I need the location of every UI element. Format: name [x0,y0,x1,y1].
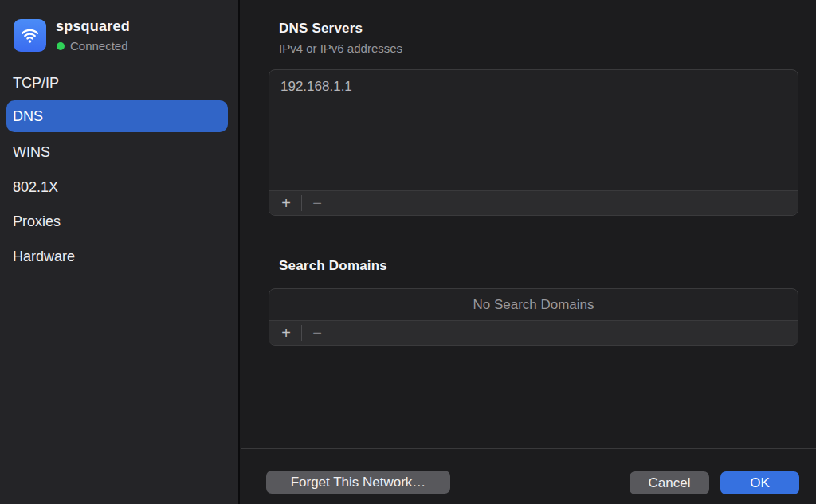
sidebar-item-label: 802.1X [13,179,58,196]
network-name: spsquared [56,18,130,35]
sidebar-item-label: DNS [13,108,43,125]
sidebar-item-wins[interactable]: WINS [6,136,228,168]
network-header: spsquared Connected [0,0,240,67]
toolbar-divider [301,325,302,341]
connection-status-label: Connected [70,39,128,53]
dns-servers-toolbar: + − [269,190,798,215]
sidebar-item-dns[interactable]: DNS [6,100,228,132]
sidebar-item-label: TCP/IP [13,75,59,92]
search-domains-toolbar: + − [269,320,798,345]
sidebar-item-hardware[interactable]: Hardware [6,240,228,272]
toolbar-divider [301,195,302,211]
dns-server-entry[interactable]: 192.168.1.1 [269,70,798,104]
sidebar-item-8021x[interactable]: 802.1X [6,171,228,203]
sidebar-item-label: Proxies [13,213,61,230]
remove-dns-server-button[interactable]: − [307,193,328,213]
search-domains-list[interactable]: No Search Domains + − [269,288,798,346]
cancel-button[interactable]: Cancel [630,471,709,494]
forget-network-button[interactable]: Forget This Network… [266,471,450,494]
sidebar-item-tcpip[interactable]: TCP/IP [6,67,228,99]
dns-servers-title: DNS Servers [279,21,363,37]
minus-icon: − [312,195,322,211]
sidebar-item-label: Hardware [13,248,75,265]
wifi-icon [14,19,46,52]
network-sidebar: spsquared Connected TCP/IP DNS WINS 802.… [0,0,240,504]
sidebar-item-proxies[interactable]: Proxies [6,205,228,237]
minus-icon: − [312,325,322,341]
add-dns-server-button[interactable]: + [276,193,296,213]
dns-servers-subtitle: IPv4 or IPv6 addresses [279,41,402,55]
plus-icon: + [281,195,291,211]
connected-dot-icon [57,42,65,50]
remove-search-domain-button[interactable]: − [307,322,328,343]
plus-icon: + [281,325,291,341]
sidebar-item-label: WINS [13,144,50,161]
connection-status: Connected [57,39,128,53]
dns-servers-list[interactable]: 192.168.1.1 + − [269,69,798,216]
add-search-domain-button[interactable]: + [276,322,296,343]
ok-button[interactable]: OK [720,471,799,494]
footer-separator [241,448,816,449]
search-domains-title: Search Domains [279,258,387,274]
search-domains-empty-placeholder: No Search Domains [269,289,798,321]
